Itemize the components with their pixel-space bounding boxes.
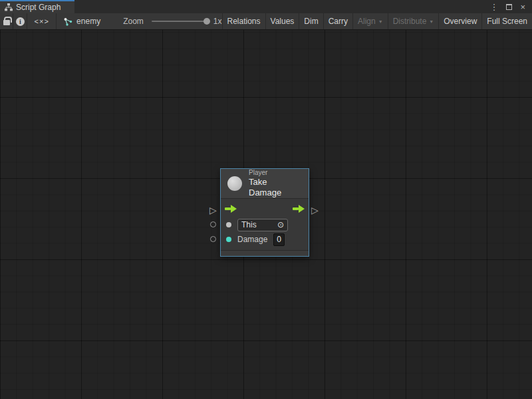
flow-row (221, 202, 309, 215)
graph-toolbar: i <×> enemy Zoom 1x Relations Values Dim… (0, 13, 532, 30)
flow-in-arrow-icon[interactable] (225, 205, 237, 213)
relations-button[interactable]: Relations (222, 13, 265, 29)
node-subtitle: Player (249, 169, 302, 178)
variables-icon: <×> (35, 17, 49, 25)
zoom-slider-handle[interactable] (203, 18, 210, 25)
tab-bar: Script Graph ⋮ × (0, 0, 532, 13)
dim-button[interactable]: Dim (299, 13, 323, 29)
chevron-down-icon: ▼ (378, 19, 383, 24)
values-button[interactable]: Values (265, 13, 299, 29)
menu-icon[interactable]: ⋮ (489, 3, 498, 11)
tab-script-graph[interactable]: Script Graph (0, 0, 74, 13)
toolbar-buttons: Relations Values Dim Carry Align ▼ Distr… (222, 13, 532, 29)
info-icon: i (16, 17, 25, 26)
this-object-field[interactable]: This ⊙ (237, 219, 288, 231)
window-controls: ⋮ × (489, 0, 532, 13)
zoom-control: Zoom 1x (123, 13, 221, 29)
tab-title: Script Graph (16, 3, 61, 12)
tab-bar-spacer (74, 0, 489, 13)
breadcrumb[interactable]: enemy (57, 13, 108, 29)
graph-canvas[interactable]: ▷ ▷ Player Take Damage T (0, 30, 532, 399)
damage-input-port[interactable] (210, 236, 216, 242)
object-picker-icon[interactable]: ⊙ (277, 220, 284, 229)
flow-output-port[interactable]: ▷ (311, 205, 319, 215)
this-input-port[interactable] (210, 221, 216, 227)
damage-value-field[interactable]: 0 (273, 233, 285, 246)
flow-out-arrow-icon[interactable] (293, 205, 305, 213)
close-icon[interactable]: × (520, 3, 525, 11)
flow-input-port[interactable]: ▷ (209, 205, 217, 215)
this-field-value: This (241, 220, 257, 229)
node-header[interactable]: Player Take Damage (221, 169, 309, 199)
inspect-button[interactable]: i (13, 13, 27, 29)
carry-button[interactable]: Carry (323, 13, 352, 29)
node-body: This ⊙ Damage 0 (221, 199, 309, 248)
zoom-slider[interactable] (152, 21, 208, 22)
damage-port-label: Damage (237, 235, 267, 244)
damage-port-dot[interactable] (226, 237, 231, 242)
sphere-icon (227, 176, 242, 191)
chevron-down-icon: ▼ (429, 19, 434, 24)
distribute-button[interactable]: Distribute ▼ (388, 13, 439, 29)
variables-button[interactable]: <×> (27, 13, 57, 29)
node-title: Take Damage (249, 177, 302, 199)
zoom-value: 1x (213, 17, 222, 26)
align-button[interactable]: Align ▼ (352, 13, 388, 29)
lock-button[interactable] (0, 13, 13, 29)
graph-breadcrumb-icon (63, 17, 72, 26)
node-footer (221, 250, 309, 256)
zoom-label: Zoom (123, 17, 144, 26)
overview-button[interactable]: Overview (438, 13, 481, 29)
script-graph-icon (5, 3, 13, 11)
breadcrumb-label: enemy (76, 17, 100, 26)
this-port-dot[interactable] (226, 222, 231, 227)
full-screen-button[interactable]: Full Screen (481, 13, 532, 29)
this-port-row: This ⊙ (221, 217, 309, 232)
lock-icon (3, 20, 10, 25)
damage-port-row: Damage 0 (221, 232, 309, 247)
take-damage-node[interactable]: Player Take Damage This ⊙ (220, 168, 309, 257)
maximize-icon[interactable] (506, 4, 512, 10)
